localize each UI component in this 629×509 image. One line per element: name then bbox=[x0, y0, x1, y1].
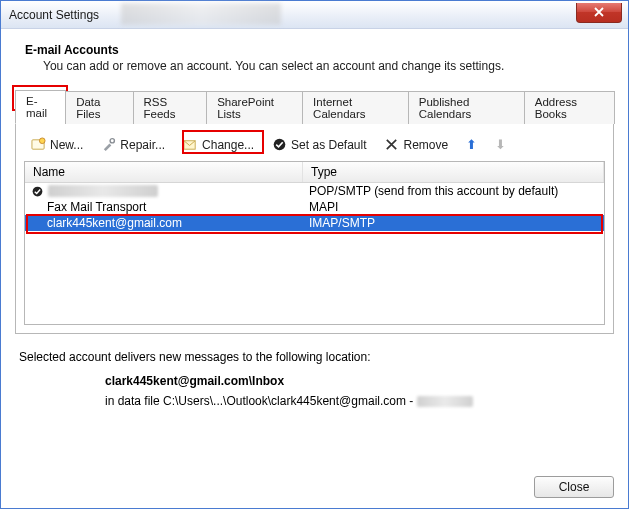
tabs-wrap: E-mail Data Files RSS Feeds SharePoint L… bbox=[15, 89, 614, 124]
default-check-icon bbox=[31, 185, 44, 198]
tab-data-files[interactable]: Data Files bbox=[65, 91, 133, 124]
table-row[interactable]: POP/SMTP (send from this account by defa… bbox=[25, 183, 604, 199]
account-type: POP/SMTP (send from this account by defa… bbox=[303, 183, 604, 199]
close-button[interactable]: Close bbox=[534, 476, 614, 498]
svg-point-1 bbox=[39, 138, 45, 144]
window-title: Account Settings bbox=[9, 8, 99, 22]
titlebar: Account Settings bbox=[1, 1, 628, 29]
account-name-blurred bbox=[48, 185, 158, 197]
delivery-path-blurred bbox=[417, 396, 473, 407]
delivery-path: in data file C:\Users\...\Outlook\clark4… bbox=[105, 394, 610, 408]
svg-point-4 bbox=[274, 139, 286, 151]
account-type: IMAP/SMTP bbox=[303, 215, 604, 231]
dialog-buttons: Close bbox=[15, 466, 614, 498]
move-up-button[interactable]: ⬆ bbox=[459, 134, 484, 155]
new-icon bbox=[31, 137, 46, 152]
svg-point-2 bbox=[110, 139, 114, 143]
delivery-path-text: in data file C:\Users\...\Outlook\clark4… bbox=[105, 394, 417, 408]
tab-email[interactable]: E-mail bbox=[15, 90, 66, 124]
arrow-up-icon: ⬆ bbox=[466, 137, 477, 152]
col-name[interactable]: Name bbox=[25, 162, 303, 182]
tabbar: E-mail Data Files RSS Feeds SharePoint L… bbox=[15, 89, 614, 124]
remove-button-label: Remove bbox=[403, 138, 448, 152]
list-header: Name Type bbox=[25, 162, 604, 183]
tab-internet-calendars[interactable]: Internet Calendars bbox=[302, 91, 409, 124]
delivery-note: Selected account delivers new messages t… bbox=[19, 350, 610, 364]
set-default-button[interactable]: Set as Default bbox=[265, 134, 373, 155]
repair-button[interactable]: Repair... bbox=[94, 134, 172, 155]
remove-icon bbox=[384, 137, 399, 152]
arrow-down-icon: ⬇ bbox=[495, 137, 506, 152]
svg-point-5 bbox=[33, 186, 43, 196]
repair-button-label: Repair... bbox=[120, 138, 165, 152]
table-row[interactable]: Fax Mail Transport MAPI bbox=[25, 199, 604, 215]
check-circle-icon bbox=[272, 137, 287, 152]
tab-address-books[interactable]: Address Books bbox=[524, 91, 615, 124]
move-down-button[interactable]: ⬇ bbox=[488, 134, 513, 155]
change-button-label: Change... bbox=[202, 138, 254, 152]
repair-icon bbox=[101, 137, 116, 152]
account-name: clark445kent@gmail.com bbox=[25, 215, 303, 231]
delivery-location: clark445kent@gmail.com\Inbox bbox=[105, 374, 610, 388]
remove-button[interactable]: Remove bbox=[377, 134, 455, 155]
account-settings-window: Account Settings E-mail Accounts You can… bbox=[0, 0, 629, 509]
close-icon bbox=[594, 7, 604, 17]
tab-rss-feeds[interactable]: RSS Feeds bbox=[133, 91, 208, 124]
change-icon bbox=[183, 137, 198, 152]
section-title: E-mail Accounts bbox=[25, 43, 614, 57]
close-window-button[interactable] bbox=[576, 3, 622, 23]
delivery-location-bold: clark445kent@gmail.com\Inbox bbox=[105, 374, 284, 388]
set-default-label: Set as Default bbox=[291, 138, 366, 152]
tab-sharepoint-lists[interactable]: SharePoint Lists bbox=[206, 91, 303, 124]
dialog-body: E-mail Accounts You can add or remove an… bbox=[1, 29, 628, 508]
section-subtitle: You can add or remove an account. You ca… bbox=[43, 59, 614, 73]
new-button-label: New... bbox=[50, 138, 83, 152]
toolbar: New... Repair... Change... Set as Defaul… bbox=[24, 132, 605, 161]
tab-published-calendars[interactable]: Published Calendars bbox=[408, 91, 525, 124]
tab-panel-email: New... Repair... Change... Set as Defaul… bbox=[15, 124, 614, 334]
account-name: Fax Mail Transport bbox=[25, 199, 303, 215]
titlebar-bg-blur bbox=[121, 3, 281, 25]
col-type[interactable]: Type bbox=[303, 162, 604, 182]
accounts-list[interactable]: Name Type POP/SMTP (send from this accou… bbox=[24, 161, 605, 325]
new-account-button[interactable]: New... bbox=[24, 134, 90, 155]
table-row-selected[interactable]: clark445kent@gmail.com IMAP/SMTP bbox=[25, 215, 604, 231]
account-type: MAPI bbox=[303, 199, 604, 215]
change-button[interactable]: Change... bbox=[176, 134, 261, 155]
